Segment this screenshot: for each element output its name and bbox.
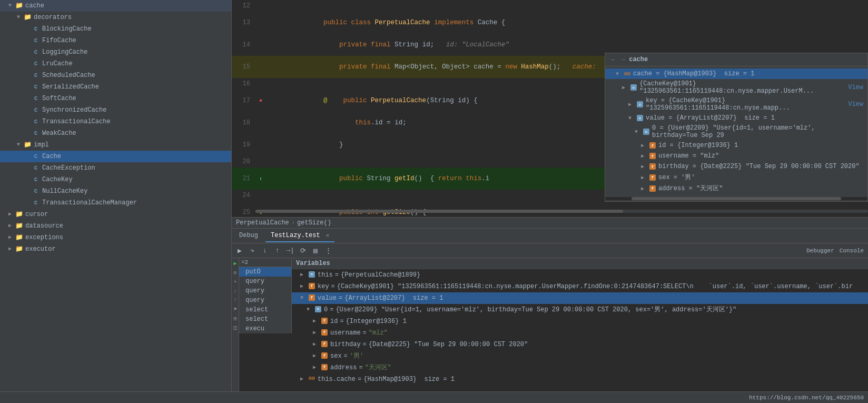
- frame-item-query1[interactable]: query: [239, 277, 291, 286]
- var-row-id[interactable]: ▶ f id = {Integer@1936} 1: [292, 316, 868, 327]
- sidebar-item-blocking-cache[interactable]: ▶ C BlockingCache: [0, 23, 231, 35]
- sidebar-item-executor[interactable]: ▶ 📁 executor: [0, 243, 231, 255]
- tooltip-row-value[interactable]: ▼ = value = {ArrayList@2207} size = 1: [605, 113, 867, 123]
- tooltip-row-key[interactable]: ▶ = key = {CacheKey@1901} "1325963561:11…: [605, 96, 867, 113]
- frame-item-exec[interactable]: execu: [239, 324, 291, 333]
- tooltip-row-address[interactable]: ▶ f address = "天河区": [605, 183, 867, 194]
- debug-content: ▶ ⚙ + ↓ ↑ ⚑ ⊞ ☰ =2 putO query quer: [232, 258, 868, 391]
- sidebar-label: WeakCache: [42, 129, 76, 138]
- sidebar-item-cursor[interactable]: ▶ 📁 cursor: [0, 209, 231, 220]
- debug-icon-3[interactable]: +: [233, 279, 236, 285]
- view-link[interactable]: View: [848, 84, 863, 91]
- trace-btn[interactable]: ⋮: [322, 245, 334, 257]
- console-label[interactable]: Console: [837, 248, 866, 254]
- var-row-this[interactable]: ▶ = this = {PerpetualCache@1899}: [292, 269, 868, 281]
- tooltip-scrollbar[interactable]: [605, 197, 867, 200]
- run-to-cursor-btn[interactable]: →|: [284, 245, 296, 257]
- class-icon: C: [32, 60, 40, 68]
- f-icon: f: [649, 174, 656, 181]
- debug-icon-8[interactable]: ☰: [233, 325, 238, 331]
- folder-icon: 📁: [23, 141, 32, 149]
- sidebar-item-scheduled-cache[interactable]: ▶ C ScheduledCache: [0, 70, 231, 81]
- frame-item-put[interactable]: putO: [239, 267, 291, 277]
- sidebar-item-cache-class[interactable]: ▶ C Cache: [0, 151, 231, 162]
- sidebar-item-transactional-cache[interactable]: ▶ C TransactionalCache: [0, 116, 231, 127]
- sidebar-item-decorators[interactable]: ▼ 📁 decorators: [0, 12, 231, 23]
- class-icon: C: [32, 199, 40, 207]
- sidebar-item-logging-cache[interactable]: ▶ C LoggingCache: [0, 46, 231, 58]
- breadcrumb-get-size[interactable]: getSize(): [297, 219, 331, 227]
- sidebar-item-exceptions[interactable]: ▶ 📁 exceptions: [0, 232, 231, 243]
- breakpoint-indicator[interactable]: ●: [259, 97, 263, 104]
- expand-arrow: ▶: [8, 210, 14, 219]
- tooltip-row-cachekey[interactable]: ▶ = {CacheKey@1901} "1325963561:11651194…: [605, 79, 867, 96]
- tooltip-row-birthday[interactable]: ▶ f birthday = {Date@2225} "Tue Sep 29 0…: [605, 161, 867, 172]
- debug-icon-4[interactable]: ↓: [233, 288, 236, 294]
- debug-tab-debug[interactable]: Debug: [234, 230, 263, 242]
- frame-item-select1[interactable]: select: [239, 305, 291, 314]
- debug-icon-7[interactable]: ⊞: [233, 316, 236, 322]
- tooltip-row-user[interactable]: ▼ = 0 = {User@2209} "User{id=1, username…: [605, 123, 867, 140]
- line-number: 12: [232, 2, 255, 9]
- sidebar-item-synchronized-cache[interactable]: ▶ C SynchronizedCache: [0, 104, 231, 116]
- step-into-btn[interactable]: ↓: [259, 245, 271, 257]
- frame-count: =2: [239, 258, 292, 267]
- debug-icon-2[interactable]: ⚙: [233, 270, 236, 276]
- line-content: public class PerpetualCache implements C…: [266, 12, 868, 34]
- sidebar-item-impl[interactable]: ▼ 📁 impl: [0, 139, 231, 151]
- sidebar-item-null-cache-key[interactable]: ▶ C NullCacheKey: [0, 185, 231, 197]
- oo-icon: oo: [624, 71, 630, 77]
- sidebar-item-fifo-cache[interactable]: ▶ C FifoCache: [0, 35, 231, 46]
- tip-text: username = "mlz": [658, 152, 719, 160]
- variables-header: Variables: [292, 258, 868, 269]
- var-row-username[interactable]: ▶ f username = "mlz": [292, 327, 868, 339]
- sidebar-label: ScheduledCache: [42, 71, 95, 80]
- frame-item-query3[interactable]: query: [239, 296, 291, 305]
- debug-tab-test-lazy[interactable]: TestLazy.test ✕: [265, 230, 334, 242]
- var-row-key[interactable]: ▶ f key = {CacheKey@1901} "1325963561:11…: [292, 281, 868, 292]
- tooltip-back-btn[interactable]: ←: [609, 55, 617, 64]
- sidebar-item-cache-exception[interactable]: ▶ C CacheException: [0, 162, 231, 174]
- eq-icon: =: [643, 129, 649, 135]
- tooltip-forward-btn[interactable]: →: [619, 55, 627, 64]
- tooltip-row-username[interactable]: ▶ f username = "mlz": [605, 151, 867, 161]
- var-row-birthday[interactable]: ▶ f birthday = {Date@2225} "Tue Sep 29 0…: [292, 339, 868, 350]
- horizontal-scrollbar[interactable]: [255, 210, 868, 213]
- frame-item-query2[interactable]: query: [239, 286, 291, 296]
- view-link[interactable]: View: [848, 101, 863, 108]
- sidebar-item-soft-cache[interactable]: ▶ C SoftCache: [0, 93, 231, 104]
- tooltip-row-sex[interactable]: ▶ f sex = '男': [605, 172, 867, 183]
- tooltip-row-id[interactable]: ▶ f id = {Integer@1936} 1: [605, 140, 867, 151]
- sidebar-item-serialized-cache[interactable]: ▶ C SerializedCache: [0, 81, 231, 93]
- var-row-this-cache[interactable]: ▶ oo this.cache = {HashMap@1903} size = …: [292, 373, 868, 385]
- tip-text: 0 = {User@2209} "User{id=1, username='ml…: [652, 124, 863, 139]
- debug-icon-5[interactable]: ↑: [233, 297, 236, 303]
- close-tab-icon[interactable]: ✕: [326, 232, 330, 239]
- var-row-value[interactable]: ▼ f value = {ArrayList@2207} size = 1: [292, 292, 868, 304]
- sidebar-item-datasource[interactable]: ▶ 📁 datasource: [0, 220, 231, 232]
- var-row-sex[interactable]: ▶ f sex = '男': [292, 350, 868, 362]
- eq-icon: =: [637, 115, 643, 121]
- debug-icon-1[interactable]: ▶: [233, 260, 236, 267]
- breadcrumb-perpetual-cache[interactable]: PerpetualCache: [236, 219, 289, 227]
- var-row-address[interactable]: ▶ f address = "天河区": [292, 362, 868, 373]
- sidebar-item-cache-key[interactable]: ▶ C CacheKey: [0, 174, 231, 185]
- sidebar-item-lru-cache[interactable]: ▶ C LruCache: [0, 58, 231, 70]
- frame-item-select2[interactable]: select: [239, 314, 291, 324]
- var-row-user[interactable]: ▼ = 0 = {User@2209} "User{id=1, username…: [292, 304, 868, 316]
- tooltip-row-cache[interactable]: ▼ oo cache = {HashMap@1903} size = 1: [605, 68, 867, 79]
- class-icon: C: [32, 129, 40, 137]
- sidebar-label: cursor: [25, 210, 48, 219]
- sidebar-label: executor: [25, 244, 56, 254]
- sidebar-item-transactional-cache-manager[interactable]: ▶ C TransactionalCacheManager: [0, 197, 231, 209]
- step-out-btn[interactable]: ↑: [272, 245, 283, 257]
- drop-frame-btn[interactable]: ⟳: [297, 245, 309, 257]
- resume-btn[interactable]: ▶: [234, 245, 245, 257]
- sidebar-item-cache[interactable]: ▼ 📁 cache: [0, 0, 231, 12]
- sidebar-item-weak-cache[interactable]: ▶ C WeakCache: [0, 127, 231, 139]
- var-value: {User@2209} "User{id=1, username='mlz', …: [336, 305, 736, 314]
- sidebar-label: Cache: [42, 152, 61, 161]
- debug-icon-6[interactable]: ⚑: [233, 306, 236, 312]
- step-over-btn[interactable]: ↷: [246, 245, 258, 257]
- evaluate-btn[interactable]: ▤: [310, 245, 321, 257]
